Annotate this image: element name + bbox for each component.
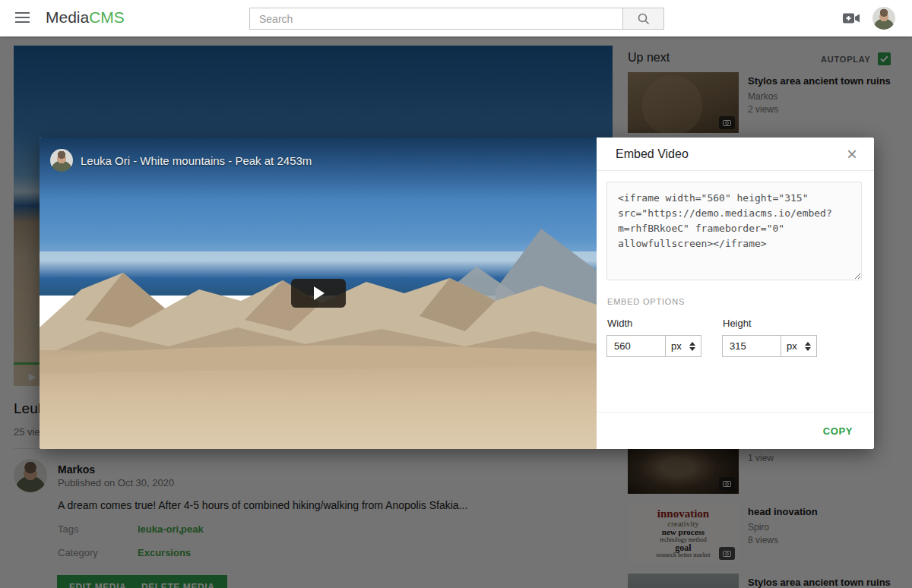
height-unit-value: px <box>787 340 797 352</box>
modal-header: Embed Video × <box>597 138 874 171</box>
embed-video-modal: Leuka Ori - White mountains - Peak at 24… <box>40 138 874 449</box>
height-input[interactable] <box>722 335 781 357</box>
menu-icon[interactable] <box>15 12 30 24</box>
width-unit-select[interactable]: px <box>666 335 701 357</box>
width-label: Width <box>607 318 632 329</box>
width-input[interactable] <box>606 335 666 357</box>
top-bar: MediaCMS <box>0 0 912 36</box>
preview-video-title[interactable]: Leuka Ori - White mountains - Peak at 24… <box>81 154 312 167</box>
preview-author-avatar[interactable] <box>50 149 73 172</box>
search-icon <box>637 12 651 26</box>
app: MediaCMS ▶ Leuka Ori - White mountains -… <box>0 0 912 588</box>
embed-options-label: EMBED OPTIONS <box>607 297 685 306</box>
search-button[interactable] <box>623 8 664 30</box>
height-unit-select[interactable]: px <box>781 335 817 357</box>
close-icon[interactable]: × <box>847 147 857 162</box>
spinner-arrows-icon <box>689 342 695 351</box>
logo-media: Media <box>46 8 89 26</box>
embed-preview-player[interactable]: Leuka Ori - White mountains - Peak at 24… <box>40 138 597 449</box>
user-avatar[interactable] <box>872 7 895 30</box>
copy-button[interactable]: COPY <box>823 425 853 437</box>
spinner-arrows-icon <box>805 342 811 351</box>
play-icon <box>314 286 325 300</box>
search-input[interactable] <box>249 8 623 30</box>
preview-play-button[interactable] <box>291 279 346 308</box>
height-label: Height <box>723 318 752 329</box>
logo[interactable]: MediaCMS <box>46 8 125 27</box>
search-bar <box>249 8 664 30</box>
upload-media-icon[interactable] <box>842 11 860 25</box>
width-unit-value: px <box>671 340 682 352</box>
modal-title: Embed Video <box>616 147 689 161</box>
embed-code-textarea[interactable]: <iframe width="560" height="315" src="ht… <box>606 182 862 280</box>
logo-cms: CMS <box>89 8 125 26</box>
embed-panel: Embed Video × <iframe width="560" height… <box>597 138 874 449</box>
